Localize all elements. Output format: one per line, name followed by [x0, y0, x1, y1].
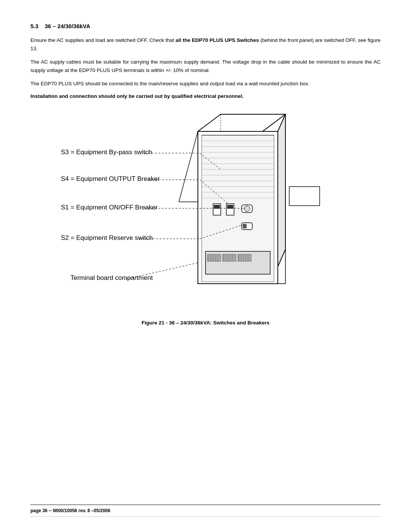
footer-area: page 36 -- MI00/10056 rev. 8 –05/2006 [30, 505, 381, 517]
cabinet-top [198, 114, 285, 131]
section-title: 36 – 24/30/36kVA [45, 23, 91, 29]
equipment-diagram: S3 = Equipment By-pass switch S4 = Equip… [49, 110, 362, 312]
footer-dotted-line [30, 516, 381, 517]
paragraph-1: Ensure the AC supplies and load are swit… [30, 36, 381, 53]
section-heading: 5.3 36 – 24/30/36kVA [30, 23, 381, 29]
terminal-block-2 [223, 254, 236, 261]
figure-caption-text: Figure 21 - 36 – 24/30/36kVA: Switches a… [142, 320, 269, 326]
figure-caption: Figure 21 - 36 – 24/30/36kVA: Switches a… [30, 320, 381, 326]
terminal-label: Terminal board compartment [70, 274, 153, 281]
section-number: 5.3 [30, 23, 38, 29]
cabinet-right [278, 114, 285, 267]
p1-text-start: Ensure the AC supplies and load are swit… [30, 37, 175, 43]
p1-text-bold: all the EDP70 PLUS UPS Switches [175, 37, 259, 43]
door-left-edge [179, 131, 198, 202]
terminal-block-1 [207, 254, 221, 261]
footer-line: page 36 -- MI00/10056 rev. 8 –05/2006 [30, 505, 381, 513]
terminal-pointer [126, 263, 198, 279]
figure-area: S3 = Equipment By-pass switch S4 = Equip… [30, 110, 381, 312]
footer-text: page 36 -- MI00/10056 rev. 8 –05/2006 [30, 508, 110, 513]
page: 5.3 36 – 24/30/36kVA Ensure the AC suppl… [0, 0, 411, 532]
right-panel-box [289, 187, 320, 206]
warning-text: Installation and connection should only … [30, 93, 244, 99]
terminal-block-3 [238, 254, 251, 261]
s3-label: S3 = Equipment By-pass switch [61, 149, 152, 156]
p3-text: The EDP70 PLUS UPS should be connected t… [30, 81, 309, 86]
s2-label: S2 = Equipment Reserve switch [61, 234, 153, 241]
warning-line: Installation and connection should only … [30, 93, 381, 99]
s1-knob [244, 206, 250, 211]
s1-label: S1 = Equipment ON/OFF Breaker [61, 204, 158, 211]
paragraph-2: The AC supply cables must be suitable fo… [30, 58, 381, 74]
s4-label: S4 = Equipment OUTPUT Breaker [61, 175, 160, 182]
paragraph-3: The EDP70 PLUS UPS should be connected t… [30, 80, 381, 88]
p2-text: The AC supply cables must be suitable fo… [30, 59, 381, 73]
